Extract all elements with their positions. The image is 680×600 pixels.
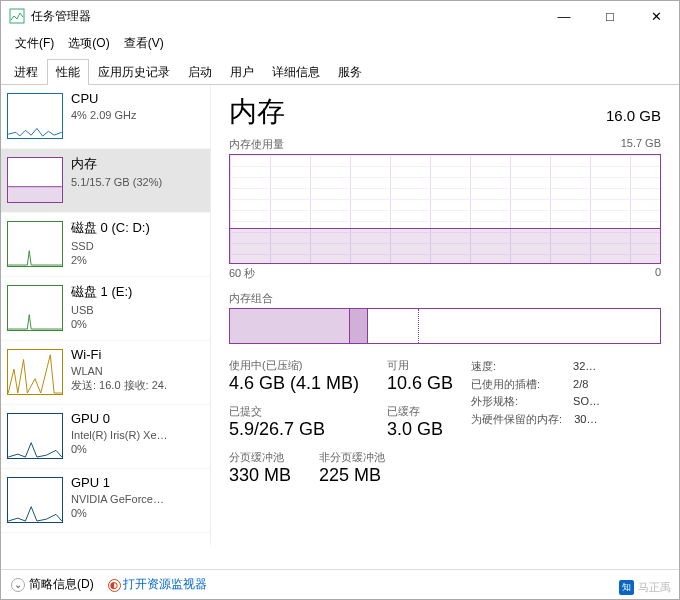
sidebar-item-gpu-6[interactable]: GPU 1NVIDIA GeForce…0% (1, 469, 210, 533)
stat-inuse: 使用中(已压缩) 4.6 GB (4.1 MB) (229, 358, 359, 394)
comp-seg-inuse (230, 309, 350, 343)
spec-row: 已使用的插槽:2/8 (471, 376, 600, 394)
zhihu-icon: 知 (619, 580, 634, 595)
sidebar-item-disk-2[interactable]: 磁盘 0 (C: D:)SSD2% (1, 213, 210, 277)
memory-composition-chart[interactable] (229, 308, 661, 344)
memory-usage-fill (230, 228, 660, 263)
tab-1[interactable]: 性能 (47, 59, 89, 85)
menu-view[interactable]: 查看(V) (118, 33, 170, 54)
window-title: 任务管理器 (31, 8, 541, 25)
sidebar-item-cpu-0[interactable]: CPU4% 2.09 GHz (1, 85, 210, 149)
stat-paged: 分页缓冲池 330 MB (229, 450, 291, 486)
maximize-button[interactable]: □ (587, 1, 633, 31)
composition-label: 内存组合 (229, 291, 661, 306)
stats-right: 速度:32…已使用的插槽:2/8外形规格:SO…为硬件保留的内存:30… (471, 358, 600, 486)
comp-seg-compressed (350, 309, 367, 343)
watermark: 知 马正禹 (619, 580, 671, 595)
app-icon (9, 8, 25, 24)
tab-3[interactable]: 启动 (179, 59, 221, 85)
chart-x-right: 0 (655, 266, 661, 281)
sparkline-disk (7, 285, 63, 331)
menu-options[interactable]: 选项(O) (62, 33, 115, 54)
sparkline-gpu (7, 477, 63, 523)
stat-available: 可用 10.6 GB (387, 358, 453, 394)
sidebar-item-disk-3[interactable]: 磁盘 1 (E:)USB0% (1, 277, 210, 341)
sparkline-disk (7, 221, 63, 267)
spec-row: 外形规格:SO… (471, 393, 600, 411)
sidebar-item-net-4[interactable]: Wi-FiWLAN发送: 16.0 接收: 24. (1, 341, 210, 405)
resmon-icon: ◐ (108, 579, 121, 592)
chart-x-left: 60 秒 (229, 266, 255, 281)
sparkline-cpu (7, 93, 63, 139)
memory-usage-chart[interactable] (229, 154, 661, 264)
brief-toggle[interactable]: ⌄简略信息(D) (11, 576, 94, 593)
titlebar[interactable]: 任务管理器 — □ ✕ (1, 1, 679, 31)
sidebar-item-gpu-5[interactable]: GPU 0Intel(R) Iris(R) Xe…0% (1, 405, 210, 469)
tab-6[interactable]: 服务 (329, 59, 371, 85)
sidebar: CPU4% 2.09 GHz内存5.1/15.7 GB (32%)磁盘 0 (C… (1, 85, 211, 545)
menubar: 文件(F) 选项(O) 查看(V) (1, 31, 679, 58)
sparkline-gpu (7, 413, 63, 459)
close-button[interactable]: ✕ (633, 1, 679, 31)
spec-row: 速度:32… (471, 358, 600, 376)
minimize-button[interactable]: — (541, 1, 587, 31)
main-panel: 内存 16.0 GB 内存使用量 15.7 GB 60 秒 0 内存组合 使用中… (211, 85, 679, 545)
statusbar: ⌄简略信息(D) ◐打开资源监视器 (1, 569, 679, 599)
comp-seg-standby (368, 309, 420, 343)
stat-nonpaged: 非分页缓冲池 225 MB (319, 450, 385, 486)
menu-file[interactable]: 文件(F) (9, 33, 60, 54)
svg-rect-1 (8, 187, 62, 202)
memory-total: 16.0 GB (606, 107, 661, 124)
usage-chart-max: 15.7 GB (621, 137, 661, 152)
tab-0[interactable]: 进程 (5, 59, 47, 85)
stat-committed: 已提交 5.9/26.7 GB (229, 404, 359, 440)
sparkline-mem (7, 157, 63, 203)
tab-2[interactable]: 应用历史记录 (89, 59, 179, 85)
content: CPU4% 2.09 GHz内存5.1/15.7 GB (32%)磁盘 0 (C… (1, 85, 679, 545)
usage-chart-label: 内存使用量 (229, 137, 284, 152)
sparkline-net (7, 349, 63, 395)
window-controls: — □ ✕ (541, 1, 679, 31)
tab-5[interactable]: 详细信息 (263, 59, 329, 85)
spec-row: 为硬件保留的内存:30… (471, 411, 600, 429)
page-title: 内存 (229, 93, 285, 131)
chevron-down-icon: ⌄ (11, 578, 25, 592)
open-resmon-link[interactable]: ◐打开资源监视器 (108, 576, 207, 593)
tabbar: 进程性能应用历史记录启动用户详细信息服务 (1, 58, 679, 85)
stat-cached: 已缓存 3.0 GB (387, 404, 453, 440)
sidebar-item-mem-1[interactable]: 内存5.1/15.7 GB (32%) (1, 149, 210, 213)
tab-4[interactable]: 用户 (221, 59, 263, 85)
